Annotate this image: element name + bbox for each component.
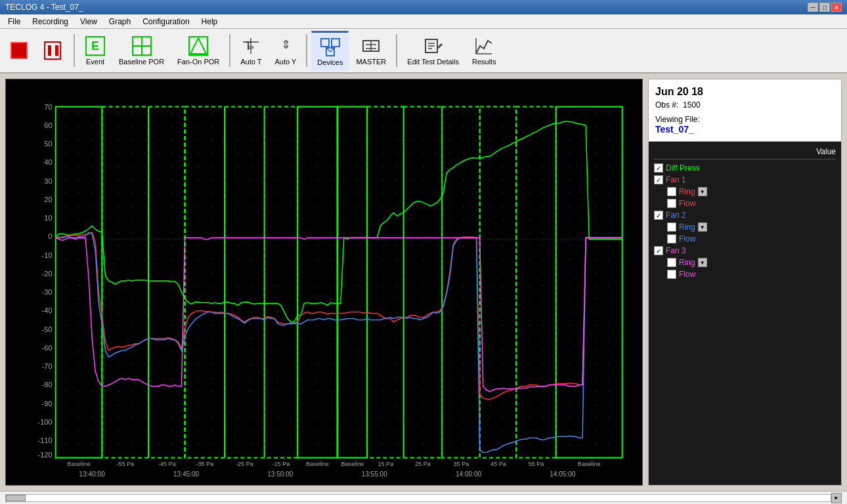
menu-graph[interactable]: Graph xyxy=(104,16,136,28)
svg-text:25 Pa: 25 Pa xyxy=(415,461,431,467)
baseline-por-button[interactable]: Baseline POR xyxy=(113,31,170,70)
svg-text:-45 Pa: -45 Pa xyxy=(158,461,177,467)
svg-text:⇔: ⇔ xyxy=(248,43,254,52)
menu-help[interactable]: Help xyxy=(196,16,223,28)
fan2-ring-checkbox[interactable] xyxy=(667,222,676,232)
fan1-flow-label: Flow xyxy=(679,199,695,208)
svg-text:13:55:00: 13:55:00 xyxy=(362,471,388,478)
svg-text:Baseline: Baseline xyxy=(68,461,91,467)
svg-marker-10 xyxy=(190,38,206,54)
svg-text:Baseline: Baseline xyxy=(306,461,329,467)
svg-text:15 Pa: 15 Pa xyxy=(378,461,395,467)
svg-rect-13 xyxy=(321,39,329,47)
svg-text:⇕: ⇕ xyxy=(280,38,290,51)
svg-text:40: 40 xyxy=(44,158,52,166)
svg-text:Baseline: Baseline xyxy=(341,461,364,467)
master-label: MASTER xyxy=(356,58,386,66)
maximize-button[interactable]: □ xyxy=(819,3,830,12)
fan2-ring-dropdown[interactable]: ▼ xyxy=(698,222,707,232)
record-pause-icon xyxy=(43,40,64,61)
fan3-ring-dropdown[interactable]: ▼ xyxy=(698,258,707,267)
filename-display: Test_07_ xyxy=(655,124,835,135)
fan1-ring-dropdown[interactable]: ▼ xyxy=(698,187,707,196)
svg-text:13:45:00: 13:45:00 xyxy=(173,471,200,478)
title-bar-controls: ─ □ ✕ xyxy=(808,3,842,12)
fan1-ring-label: Ring xyxy=(679,187,695,196)
auto-y-label: Auto Y xyxy=(275,58,297,66)
svg-text:E: E xyxy=(91,39,99,52)
fan3-ring-checkbox[interactable] xyxy=(667,258,676,267)
record-stop-button[interactable] xyxy=(3,31,35,70)
main-content: 70 60 50 40 30 20 10 0 -10 -20 -30 -40 -… xyxy=(0,74,847,491)
svg-text:14:00:00: 14:00:00 xyxy=(456,471,482,478)
menu-bar: File Recording View Graph Configuration … xyxy=(0,14,847,29)
master-button[interactable]: MASTER xyxy=(350,31,392,70)
close-button[interactable]: ✕ xyxy=(831,3,842,12)
edit-test-details-label: Edit Test Details xyxy=(407,58,459,66)
fan1-ring-checkbox[interactable] xyxy=(667,187,676,196)
svg-text:30: 30 xyxy=(44,177,52,185)
svg-text:-40: -40 xyxy=(42,306,53,314)
devices-icon xyxy=(320,36,341,57)
menu-configuration[interactable]: Configuration xyxy=(137,16,194,28)
fan-on-por-button[interactable]: Fan-On POR xyxy=(171,31,225,70)
scrollbar-track[interactable] xyxy=(5,494,831,502)
toolbar: E Event Baseline POR Fan-On POR xyxy=(0,29,847,74)
svg-rect-3 xyxy=(55,45,58,56)
fan2-flow-checkbox[interactable] xyxy=(667,234,676,243)
auto-t-label: Auto T xyxy=(240,58,261,66)
auto-y-icon: ⇕ xyxy=(275,35,296,56)
auto-y-button[interactable]: ⇕ Auto Y xyxy=(269,31,303,70)
window-title: TECLOG 4 - Test_07_ xyxy=(5,3,83,12)
diff-press-checkbox[interactable] xyxy=(654,163,663,173)
minimize-button[interactable]: ─ xyxy=(808,3,818,12)
scrollbar-thumb[interactable] xyxy=(6,495,26,501)
toolbar-sep-1 xyxy=(74,34,75,67)
svg-text:20: 20 xyxy=(44,196,52,203)
fan2-label: Fan 2 xyxy=(666,211,686,220)
results-button[interactable]: Results xyxy=(466,31,502,70)
svg-rect-30 xyxy=(56,107,622,458)
obs-value: 1500 xyxy=(683,100,701,110)
fan2-checkbox[interactable] xyxy=(654,211,663,220)
title-bar: TECLOG 4 - Test_07_ ─ □ ✕ xyxy=(0,0,847,14)
fan3-flow-checkbox[interactable] xyxy=(667,270,676,279)
right-panel: Jun 20 18 Obs #: 1500 Viewing File: Test… xyxy=(648,79,842,486)
svg-text:60: 60 xyxy=(44,121,52,129)
event-button[interactable]: E Event xyxy=(79,31,112,70)
svg-text:70: 70 xyxy=(44,103,52,111)
legend-row-fan2-flow: Flow xyxy=(654,233,836,245)
record-stop-icon xyxy=(9,40,30,61)
devices-button[interactable]: Devices xyxy=(311,31,349,70)
svg-text:-15 Pa: -15 Pa xyxy=(272,461,291,467)
toolbar-sep-3 xyxy=(306,34,307,67)
legend-row-fan1-ring: Ring ▼ xyxy=(654,186,836,198)
chart-area[interactable]: 70 60 50 40 30 20 10 0 -10 -20 -30 -40 -… xyxy=(5,79,643,486)
fan1-checkbox[interactable] xyxy=(654,175,663,184)
svg-text:-20: -20 xyxy=(42,270,53,278)
master-icon xyxy=(360,35,381,56)
event-icon: E xyxy=(85,35,106,56)
svg-text:-10: -10 xyxy=(42,251,53,259)
menu-view[interactable]: View xyxy=(75,16,102,28)
toolbar-sep-2 xyxy=(229,34,230,67)
svg-text:-120: -120 xyxy=(37,451,52,459)
fan1-flow-checkbox[interactable] xyxy=(667,199,676,208)
svg-rect-2 xyxy=(48,45,51,56)
auto-t-button[interactable]: ⇔ Auto T xyxy=(234,31,267,70)
fan2-flow-label: Flow xyxy=(679,234,695,243)
legend-row-fan1: Fan 1 xyxy=(654,174,836,186)
menu-recording[interactable]: Recording xyxy=(27,16,74,28)
edit-test-icon xyxy=(423,35,444,56)
svg-text:-50: -50 xyxy=(42,326,53,333)
record-pause-button[interactable] xyxy=(37,31,70,70)
scroll-right-button[interactable]: ► xyxy=(831,493,842,503)
fan-on-por-icon xyxy=(188,35,209,56)
menu-file[interactable]: File xyxy=(3,16,26,28)
event-label: Event xyxy=(86,58,104,66)
edit-test-details-button[interactable]: Edit Test Details xyxy=(401,31,465,70)
fan1-label: Fan 1 xyxy=(666,175,686,184)
fan3-ring-label: Ring xyxy=(679,258,695,267)
fan3-checkbox[interactable] xyxy=(654,246,663,255)
obs-label: Obs #: xyxy=(655,100,678,110)
